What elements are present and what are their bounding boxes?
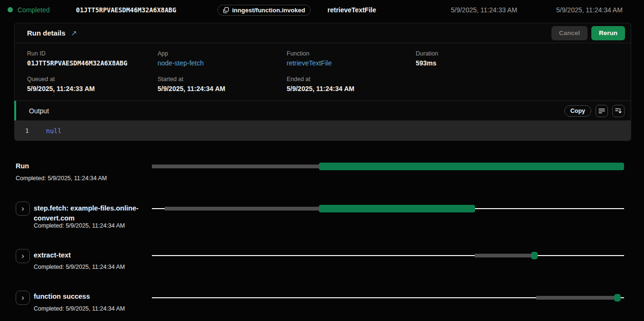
app-link[interactable]: node-step-fetch [158,59,287,67]
timeline-track [152,294,624,302]
field-duration: Duration 593ms [416,50,631,67]
expand-row-button[interactable]: › [16,291,30,305]
output-code-value: null [46,127,62,135]
timeline-row-name: step.fetch: example-files.online-convert… [34,203,151,223]
expand-row-button[interactable]: › [16,249,30,263]
line-number: 1 [15,127,39,134]
panel-header: Run details ↗ Cancel Rerun [15,23,631,43]
timeline-row-completed: Completed: 5/9/2025, 11:24:34 AM [34,264,125,270]
timeline-segment-active [319,205,475,212]
details-grid: Run ID 01JTT5RPVAESDM46M32A6X8ABG App no… [15,43,631,92]
timeline-segment-queued [152,165,320,168]
timeline-row-extract-text: › extract-text Completed: 5/9/2025, 11:2… [0,246,644,274]
timeline-segment-active [319,163,624,170]
status-dot-icon [8,7,13,12]
timeline-segment-queued [165,207,319,211]
copy-button[interactable]: Copy [564,105,591,117]
timeline-row-completed: Completed: 5/9/2025, 11:24:34 AM [34,222,125,229]
status-label: Completed [18,6,50,14]
field-started-at: Started at 5/9/2025, 11:24:34 AM [158,76,287,92]
chevron-right-icon: › [21,204,24,212]
topbar-ended-timestamp: 5/9/2025, 11:24:34 AM [556,6,623,14]
field-value: 5/9/2025, 11:24:34 AM [287,85,416,92]
run-details-panel: Run details ↗ Cancel Rerun Run ID 01JTT5… [14,23,631,141]
field-label: App [158,50,287,57]
field-value: 593ms [416,59,631,67]
field-label: Duration [416,50,631,57]
timeline-row-name: extract-text [34,251,71,259]
timeline-row-name: Run [16,162,29,170]
field-app: App node-step-fetch [158,50,287,67]
field-label: Queued at [27,76,158,83]
output-header: Output Copy [14,101,631,120]
field-function: Function retrieveTextFile [287,50,416,67]
output-title: Output [29,107,49,115]
event-badge[interactable]: inngest/function.invoked [217,5,311,16]
timeline-row-function-success: › function success Completed: 5/9/2025, … [0,287,644,316]
field-label: Started at [158,76,287,83]
chevron-right-icon: › [21,252,24,260]
field-label: Function [287,50,416,57]
timeline-segment-dot [614,294,621,302]
field-run-id: Run ID 01JTT5RPVAESDM46M32A6X8ABG [27,50,158,67]
expand-row-button[interactable]: › [16,202,30,216]
field-label: Run ID [27,50,158,57]
field-queued-at: Queued at 5/9/2025, 11:24:33 AM [27,76,158,92]
timeline-baseline [152,255,624,256]
timeline-track [152,252,624,259]
rerun-button[interactable]: Rerun [591,26,625,40]
output-code-area[interactable]: 1 null [15,120,631,141]
topbar-function-name: retrieveTextFile [327,6,376,14]
topbar-run-id: 01JTT5RPVAESDM46M32A6X8ABG [76,6,176,14]
function-link[interactable]: retrieveTextFile [287,59,416,67]
run-details-page: Completed 01JTT5RPVAESDM46M32A6X8ABG inn… [0,0,644,321]
field-value: 01JTT5RPVAESDM46M32A6X8ABG [27,59,158,67]
timeline-segment-dot [531,252,538,259]
timeline-row-step-fetch: › step.fetch: example-files.online-conve… [0,199,644,232]
cancel-button[interactable]: Cancel [551,26,588,40]
field-label: Ended at [287,76,416,83]
timeline-row-run: Run Completed: 5/9/2025, 11:24:34 AM [0,159,644,185]
header-actions: Cancel Rerun [551,26,625,40]
field-value: 5/9/2025, 11:24:34 AM [158,85,287,92]
topbar-queued-timestamp: 5/9/2025, 11:24:33 AM [451,6,517,14]
top-bar: Completed 01JTT5RPVAESDM46M32A6X8ABG inn… [0,0,644,20]
expand-output-icon[interactable] [612,105,625,117]
external-link-icon[interactable]: ↗ [71,29,77,37]
panel-title: Run details [27,29,65,37]
timeline-segment-queued [536,296,615,300]
event-badge-label: inngest/function.invoked [232,7,305,14]
timeline-row-completed: Completed: 5/9/2025, 11:24:34 AM [16,175,107,182]
timeline-segment-queued [475,254,532,257]
timeline-row-completed: Completed: 5/9/2025, 11:24:34 AM [34,305,125,312]
output-actions: Copy [564,105,625,117]
timeline-row-name: function success [34,293,90,300]
chevron-right-icon: › [21,293,24,302]
copy-icon [223,7,229,13]
field-ended-at: Ended at 5/9/2025, 11:24:34 AM [287,76,416,92]
word-wrap-icon[interactable] [596,105,608,117]
field-value: 5/9/2025, 11:24:33 AM [27,85,158,92]
timeline-track [152,163,624,170]
timeline-track [152,205,624,212]
